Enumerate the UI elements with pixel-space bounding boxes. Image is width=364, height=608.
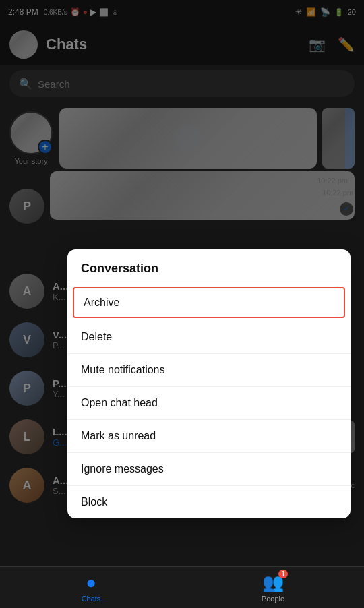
people-label: People — [262, 595, 284, 603]
chats-label: Chats — [82, 595, 101, 603]
context-menu: Conversation Archive Delete Mute notific… — [67, 249, 351, 518]
people-badge: 1 — [278, 570, 288, 578]
chats-icon: ● — [86, 572, 96, 593]
nav-chats[interactable]: ● Chats — [0, 567, 182, 608]
menu-item-delete[interactable]: Delete — [67, 321, 351, 354]
people-icon-wrapper: 👥 1 — [262, 572, 284, 593]
bottom-nav: ● Chats 👥 1 People — [0, 566, 364, 608]
menu-item-block[interactable]: Block — [67, 486, 351, 518]
context-menu-title: Conversation — [67, 249, 351, 284]
menu-item-openchat[interactable]: Open chat head — [67, 387, 351, 420]
menu-item-unread[interactable]: Mark as unread — [67, 420, 351, 453]
menu-item-ignore[interactable]: Ignore messages — [67, 453, 351, 486]
nav-people[interactable]: 👥 1 People — [182, 567, 364, 608]
menu-item-mute[interactable]: Mute notifications — [67, 354, 351, 387]
menu-item-archive[interactable]: Archive — [73, 287, 345, 318]
